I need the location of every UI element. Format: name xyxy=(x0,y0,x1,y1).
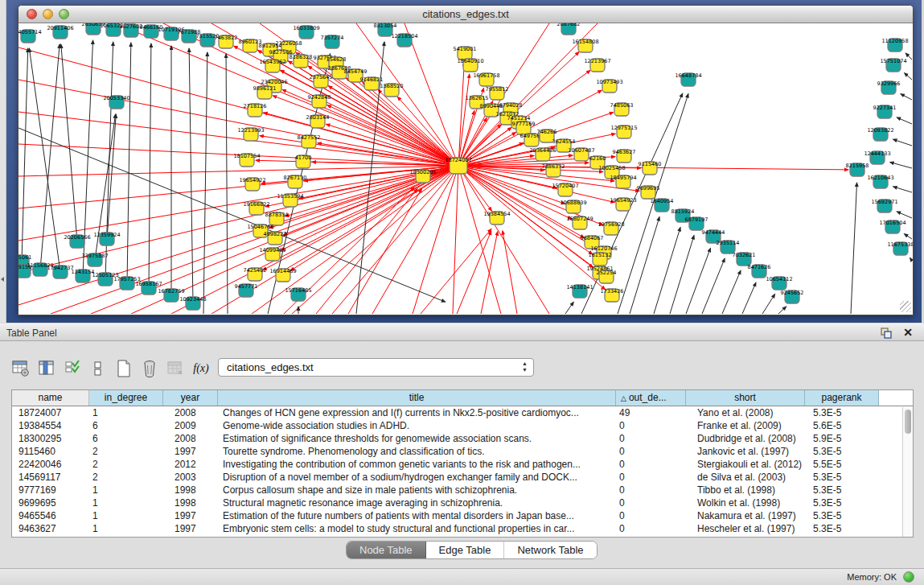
graph-edge[interactable] xyxy=(654,228,680,314)
table-scrollbar[interactable] xyxy=(902,407,913,537)
graph-edge[interactable] xyxy=(457,231,491,314)
table-cell: Stergiakouli et al. (2012) xyxy=(686,458,805,471)
graph-edge[interactable] xyxy=(40,44,60,270)
column-header-title[interactable]: title xyxy=(218,390,616,406)
graph-node-label: 9777169 xyxy=(512,121,536,127)
graph-edge[interactable] xyxy=(203,52,207,314)
float-panel-icon[interactable] xyxy=(881,328,892,339)
table-row[interactable]: 1830029562008Estimation of significance … xyxy=(12,432,913,445)
table-row[interactable]: 1456911722003Disruption of a novel membe… xyxy=(12,471,913,484)
graph-edge[interactable] xyxy=(742,282,756,314)
dropdown-arrows-icon: ▲▼ xyxy=(522,360,528,373)
table-row[interactable]: 2242004622012Investigating the contribut… xyxy=(12,458,913,471)
graph-edge[interactable] xyxy=(292,166,458,314)
graph-edge[interactable] xyxy=(897,212,912,218)
function-builder-icon[interactable]: f(x) xyxy=(191,359,211,378)
graph-edge[interactable] xyxy=(762,294,775,314)
select-columns-icon[interactable] xyxy=(63,359,82,378)
column-header-pagerank[interactable]: pagerank xyxy=(805,390,879,406)
column-header-year[interactable]: year xyxy=(163,390,218,406)
delete-column-icon[interactable] xyxy=(140,359,159,378)
graph-edge[interactable] xyxy=(127,43,131,283)
tab-node-table[interactable]: Node Table xyxy=(347,542,426,558)
new-column-icon[interactable] xyxy=(114,359,133,378)
column-header-in-degree[interactable]: in_degree xyxy=(89,390,163,406)
graph-node-label: 6879197 xyxy=(685,216,708,223)
graph-node-label: 2935114 xyxy=(717,240,740,246)
graph-edge[interactable] xyxy=(189,48,193,303)
table-source-dropdown[interactable]: citations_edges.txt ▲▼ xyxy=(218,358,534,377)
graph-edge[interactable] xyxy=(901,94,912,100)
graph-edge[interactable] xyxy=(290,166,458,270)
table-scrollbar-thumb[interactable] xyxy=(905,410,911,434)
column-header-filler xyxy=(879,390,913,406)
row-height-icon[interactable] xyxy=(88,359,108,378)
graph-edge[interactable] xyxy=(722,270,741,314)
graph-edge[interactable] xyxy=(29,48,60,272)
graph-edge[interactable] xyxy=(702,258,725,314)
graph-node-label: 1568520 xyxy=(380,83,404,89)
table-cell: Disruption of a novel member of a sodium… xyxy=(218,471,616,484)
graph-edge[interactable] xyxy=(686,248,711,314)
graph-node-label: 18107554 xyxy=(233,153,260,159)
table-row[interactable]: 946554611997Estimation of the future num… xyxy=(12,509,913,522)
graph-edge[interactable] xyxy=(226,54,228,314)
table-cell: 1 xyxy=(89,406,163,419)
table-row[interactable]: 1938455462009Genome-wide association stu… xyxy=(12,419,913,432)
delete-table-icon[interactable] xyxy=(166,359,185,378)
memory-ok-indicator[interactable] xyxy=(903,571,914,583)
graph-node-label: 1143154 xyxy=(72,269,95,275)
graph-node-label: 16210643 xyxy=(867,175,893,181)
network-canvas[interactable]: 5405571420911406265063910653227152760294… xyxy=(18,23,913,314)
graph-edge[interactable] xyxy=(893,187,912,192)
graph-edge[interactable] xyxy=(904,234,912,239)
graph-edge[interactable] xyxy=(897,117,912,124)
graph-edge[interactable] xyxy=(458,74,470,166)
table-row[interactable]: 969969511998Structural magnetic resonanc… xyxy=(12,496,913,509)
graph-edge[interactable] xyxy=(328,86,458,166)
graph-edge[interactable] xyxy=(904,73,912,80)
table-cell: 1997 xyxy=(163,509,218,522)
graph-edge[interactable] xyxy=(893,139,912,146)
left-panel-gutter xyxy=(0,0,6,323)
graph-edge[interactable] xyxy=(149,43,151,288)
graph-edge[interactable] xyxy=(281,166,458,250)
panel-collapse-arrow[interactable] xyxy=(1,277,4,282)
graph-node-label: 10923448 xyxy=(179,296,206,303)
graph-edge[interactable] xyxy=(630,217,659,314)
graph-edge[interactable] xyxy=(481,232,498,314)
network-window-titlebar[interactable]: citations_edges.txt xyxy=(18,6,913,23)
table-row[interactable]: 977716911998Corpus callosum shape and si… xyxy=(12,484,913,496)
graph-edge[interactable] xyxy=(348,188,421,314)
graph-node-label: 9242848 xyxy=(308,94,331,101)
node-table: namein_degreeyeartitle△out_de...shortpag… xyxy=(11,389,914,538)
graph-node-label: 19654922 xyxy=(239,177,265,183)
graph-edge[interactable] xyxy=(778,307,786,314)
graph-edge[interactable] xyxy=(18,166,458,176)
tab-network-table[interactable]: Network Table xyxy=(504,542,596,558)
graph-node-label: 18495794 xyxy=(610,175,636,181)
graph-edge[interactable] xyxy=(503,231,517,314)
close-panel-icon[interactable]: ✕ xyxy=(903,326,913,339)
table-cell: 0 xyxy=(616,509,686,522)
table-row[interactable]: 911546021997Tourette syndrome. Phenomeno… xyxy=(12,445,913,458)
table-cell: 5.3E-5 xyxy=(805,509,879,522)
table-row[interactable]: 946362711997Embryonic stem cells: a mode… xyxy=(12,522,913,535)
graph-edge[interactable] xyxy=(453,166,458,314)
graph-edge[interactable] xyxy=(890,163,912,168)
show-columns-icon[interactable] xyxy=(37,359,56,378)
resize-grip-icon[interactable] xyxy=(900,301,911,312)
graph-edge[interactable] xyxy=(565,302,573,314)
graph-edge[interactable] xyxy=(61,44,77,241)
column-header-name[interactable]: name xyxy=(12,390,89,406)
table-row[interactable]: 1872400712008Changes of HCN gene express… xyxy=(12,406,913,419)
graph-edge[interactable] xyxy=(851,183,857,314)
graph-edge[interactable] xyxy=(910,257,912,261)
column-header-short[interactable]: short xyxy=(686,390,805,406)
tab-edge-table[interactable]: Edge Table xyxy=(426,542,505,558)
table-mode-icon[interactable] xyxy=(11,359,31,378)
graph-edge[interactable] xyxy=(458,166,501,314)
column-header-out-de-[interactable]: △out_de... xyxy=(616,390,686,406)
graph-node-label: 252254 xyxy=(597,270,617,276)
graph-edge[interactable] xyxy=(421,229,491,314)
